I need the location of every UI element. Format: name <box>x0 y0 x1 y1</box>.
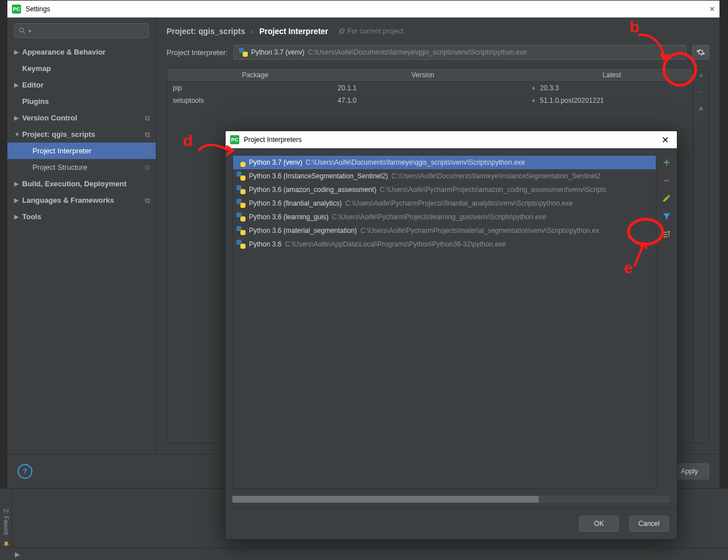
pi-titlebar: PC Project Interpreters ✕ <box>226 131 677 148</box>
table-row[interactable]: pip20.1.1➧20.3.3 <box>167 82 693 94</box>
expand-icon: ▶ <box>14 49 22 55</box>
sidebar-item[interactable]: ▶Build, Execution, Deployment <box>7 175 156 192</box>
pi-filter-button[interactable] <box>661 211 672 222</box>
interpreter-settings-button[interactable] <box>692 45 709 60</box>
pi-show-paths-button[interactable] <box>661 229 672 240</box>
pi-list-item[interactable]: Python 3.6 (material_segmentation)C:\Use… <box>233 224 656 237</box>
update-arrow-icon: ➧ <box>531 97 536 105</box>
search-dropdown-icon: ▾ <box>28 28 31 34</box>
python-icon <box>236 240 246 249</box>
help-button[interactable]: ? <box>18 464 32 479</box>
settings-close-icon[interactable]: ✕ <box>709 5 715 13</box>
interpreter-select[interactable]: Python 3.7 (venv) C:\Users\Aoife\Documen… <box>234 45 687 60</box>
packages-header: Package Version Latest <box>167 68 693 82</box>
pi-list-item[interactable]: Python 3.6C:\Users\Aoife\AppData\Local\P… <box>233 237 656 251</box>
expand-icon: ▶ <box>14 214 22 220</box>
cell-version: 20.1.1 <box>338 84 508 92</box>
cell-package: setuptools <box>167 97 338 105</box>
breadcrumb-project: Project: qgis_scripts <box>167 27 246 36</box>
expand-icon: ▶ <box>14 82 22 88</box>
sidebar-item[interactable]: ▼Project: qgis_scripts⧉ <box>7 126 156 143</box>
cell-latest: ➧20.3.3 <box>508 84 693 92</box>
upgrade-package-button[interactable]: ▲ <box>696 102 706 112</box>
copy-icon: ⧉ <box>145 147 150 155</box>
pi-item-name: Python 3.6 (material_segmentation) <box>249 227 357 235</box>
python-icon <box>236 199 246 208</box>
remove-package-button[interactable]: － <box>696 86 706 97</box>
copy-icon: ⧉ <box>145 114 150 122</box>
cell-package: pip <box>167 84 338 92</box>
table-row[interactable]: setuptools47.1.0➧51.1.0.post20201221 <box>167 94 693 107</box>
copy-icon: ⧉ <box>145 197 150 204</box>
sidebar-item[interactable]: ▶Version Control⧉ <box>7 110 156 126</box>
sidebar-item-label: Version Control <box>22 114 77 122</box>
pi-list-item[interactable]: Python 3.6 (amazon_coding_assessment)C:\… <box>233 183 656 197</box>
pi-list-item[interactable]: Python 3.7 (venv)C:\Users\Aoife\Document… <box>233 156 656 169</box>
pi-item-path: C:\Users\Aoife\PycharmProjects\finantial… <box>345 199 572 207</box>
interpreter-selected-path: C:\Users\Aoife\Documents\farmeye\qgis_sc… <box>308 48 527 56</box>
expand-icon: ▶ <box>14 197 22 203</box>
breadcrumb: Project: qgis_scripts › Project Interpre… <box>156 18 719 45</box>
breadcrumb-scope: For current project <box>339 27 403 35</box>
sidebar-item[interactable]: ▶Appearance & Behavior <box>7 44 156 60</box>
pi-list-item[interactable]: Python 3.6 (finantial_analytics)C:\Users… <box>233 197 656 210</box>
ide-bottom-toolbar: ▶ <box>0 548 728 560</box>
add-package-button[interactable]: ＋ <box>696 70 706 81</box>
sidebar-item[interactable]: ▶Editor <box>7 77 156 93</box>
svg-rect-2 <box>340 29 344 33</box>
pi-edit-button[interactable] <box>661 193 672 204</box>
pi-title: Project Interpreters <box>244 136 658 144</box>
sidebar-item-label: Plugins <box>22 97 49 106</box>
sidebar-item-label: Editor <box>22 81 44 89</box>
pi-item-name: Python 3.6 (InstanceSegmentation_Sentine… <box>249 172 388 180</box>
svg-line-1 <box>23 32 25 34</box>
pi-horizontal-scrollbar[interactable] <box>232 496 670 503</box>
pi-footer: OK Cancel <box>226 507 677 539</box>
favorites-tool-tab[interactable]: 2: Favorit <box>0 488 13 548</box>
pi-item-path: C:\Users\Aoife\PycharmProjects\material_… <box>360 227 599 235</box>
expand-icon: ▼ <box>14 131 22 137</box>
cell-version: 47.1.0 <box>338 97 508 105</box>
pi-item-path: C:\Users\Aoife\Documents\farmeye\Instanc… <box>392 172 601 180</box>
breadcrumb-sep-icon: › <box>251 27 254 36</box>
python-icon <box>236 172 246 181</box>
settings-sidebar: ▾ ▶Appearance & BehaviorKeymap▶EditorPlu… <box>7 18 156 454</box>
python-icon <box>236 158 246 167</box>
sidebar-item[interactable]: ▶Languages & Frameworks⧉ <box>7 192 156 208</box>
pi-cancel-button[interactable]: Cancel <box>629 516 669 532</box>
pi-item-name: Python 3.6 (finantial_analytics) <box>249 199 342 207</box>
python-icon <box>236 226 246 235</box>
packages-col-package[interactable]: Package <box>167 71 338 79</box>
settings-tree: ▶Appearance & BehaviorKeymap▶EditorPlugi… <box>7 43 156 454</box>
pi-list-item[interactable]: Python 3.6 (learning_guis)C:\Users\Aoife… <box>233 210 656 224</box>
sidebar-item[interactable]: Project Interpreter⧉ <box>7 143 156 159</box>
pi-item-name: Python 3.7 (venv) <box>249 158 302 166</box>
pi-interpreter-list[interactable]: Python 3.7 (venv)C:\Users\Aoife\Document… <box>232 155 656 489</box>
sidebar-item[interactable]: Keymap <box>7 60 156 77</box>
pi-item-name: Python 3.6 (learning_guis) <box>249 213 328 221</box>
pi-list-item[interactable]: Python 3.6 (InstanceSegmentation_Sentine… <box>233 169 656 183</box>
run-icon[interactable]: ▶ <box>15 550 20 558</box>
copy-icon: ⧉ <box>145 131 150 139</box>
pi-add-button[interactable]: ＋ <box>661 156 672 168</box>
sidebar-item[interactable]: ▶Tools <box>7 208 156 225</box>
python-icon <box>236 212 246 222</box>
expand-icon: ▶ <box>14 181 22 187</box>
pi-ok-button[interactable]: OK <box>579 516 619 532</box>
interpreter-label: Project Interpreter: <box>167 48 228 57</box>
sidebar-item[interactable]: Project Structure⧉ <box>7 159 156 175</box>
pi-remove-button[interactable]: － <box>661 174 672 186</box>
packages-col-version[interactable]: Version <box>338 71 508 79</box>
sidebar-item-label: Project Structure <box>32 163 88 172</box>
pi-item-path: C:\Users\Aoife\PycharmProjects\learning_… <box>332 213 546 221</box>
packages-side-toolbar: ＋ － ▲ <box>693 68 709 443</box>
sidebar-item[interactable]: Plugins <box>7 93 156 110</box>
sidebar-item-label: Tools <box>22 212 41 221</box>
settings-search-input[interactable]: ▾ <box>14 23 149 38</box>
sidebar-item-label: Project: qgis_scripts <box>22 130 95 139</box>
pi-side-toolbar: ＋ － <box>656 155 677 489</box>
pycharm-icon: PC <box>230 135 239 144</box>
pi-close-icon[interactable]: ✕ <box>658 135 672 145</box>
copy-icon: ⧉ <box>145 164 150 172</box>
packages-col-latest[interactable]: Latest <box>508 71 693 79</box>
